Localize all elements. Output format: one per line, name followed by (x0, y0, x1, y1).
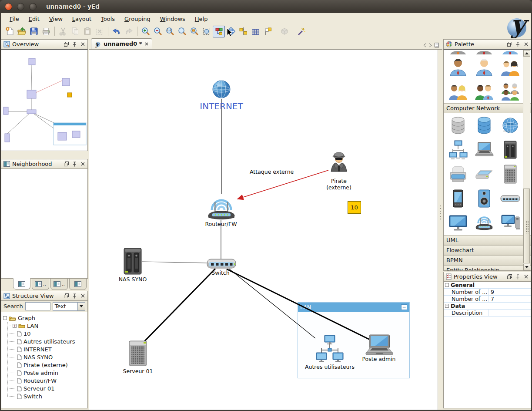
menu-windows[interactable]: Windows (156, 14, 190, 24)
palette-item-computer-network[interactable] (447, 139, 469, 161)
palette-section-uml[interactable]: UML (444, 235, 531, 245)
structure-float-button[interactable] (64, 293, 69, 299)
dock-tab-neighborhood[interactable] (13, 278, 30, 290)
tree-item-poste-admin[interactable]: Poste admin (1, 369, 87, 377)
wizard-icon[interactable] (295, 26, 308, 37)
open-icon[interactable] (16, 26, 28, 37)
server-node[interactable] (128, 340, 148, 368)
palette-item-clipped[interactable] (499, 50, 522, 54)
tree-item-autres-utilisateurs[interactable]: Autres utilisateurs (1, 337, 87, 345)
palette-item-network-globe[interactable] (499, 115, 522, 136)
collapse-expander-icon[interactable]: − (445, 304, 449, 308)
tree-item-lan[interactable]: + LAN (1, 322, 87, 330)
palette-item-database-blue[interactable] (473, 115, 495, 136)
expand-expander-icon[interactable]: + (13, 324, 17, 328)
palette-item-laptop[interactable] (473, 139, 495, 161)
edge-nas-switch[interactable] (142, 262, 207, 263)
properties-group-data[interactable]: − Data (444, 303, 531, 310)
palette-item-printer[interactable] (447, 163, 469, 185)
zoom-in-icon[interactable] (140, 26, 152, 37)
structure-pin-button[interactable] (72, 293, 77, 299)
palette-item-smartphone[interactable] (447, 188, 469, 209)
diagram-canvas[interactable]: LAN − INTERNET (89, 50, 438, 410)
properties-row[interactable]: Number of ... 7 (444, 296, 531, 303)
structure-close-button[interactable] (80, 293, 85, 299)
edge-switch-users[interactable] (229, 269, 315, 338)
dock-tab-2[interactable]: .. (32, 279, 49, 290)
palette-item-couple-man-blonde[interactable] (447, 80, 469, 102)
menu-grouping[interactable]: Grouping (120, 14, 155, 24)
tree-item-pirate[interactable]: Pirate (externe) (1, 361, 87, 369)
palette-section-bpmn[interactable]: BPMN (444, 255, 531, 265)
neighborhood-pin-button[interactable] (72, 162, 77, 167)
new-document-icon[interactable] (3, 26, 16, 37)
overview-float-button[interactable] (64, 42, 69, 47)
zoom-selection-icon[interactable] (188, 26, 201, 37)
palette-item-couple-two-men[interactable] (473, 80, 495, 102)
palette-item-wireless-router[interactable] (473, 212, 495, 234)
window-minimize-button[interactable] (17, 3, 24, 10)
snap-lines-icon[interactable] (237, 26, 249, 37)
palette-section-entity-relationship[interactable]: Entity Relationship (444, 265, 531, 271)
edge-switch-admin[interactable] (227, 269, 370, 340)
menu-file[interactable]: File (5, 14, 23, 24)
nas-node[interactable] (124, 248, 142, 276)
palette-item-clipped[interactable] (473, 50, 495, 54)
users-node[interactable] (315, 335, 344, 364)
panel-splitter[interactable] (1, 151, 88, 159)
admin-node[interactable] (363, 334, 395, 358)
dock-tab-4[interactable] (69, 279, 87, 290)
document-tab[interactable]: y unnamed0 * (91, 38, 152, 49)
property-value[interactable]: 7 (489, 296, 531, 302)
menu-help[interactable]: Help (191, 14, 212, 24)
menu-tools[interactable]: Tools (97, 14, 119, 24)
chevron-down-icon[interactable] (77, 303, 85, 310)
recycle-icon[interactable] (278, 26, 291, 37)
palette-item-scanner[interactable] (473, 163, 495, 185)
palette-scrollbar-thumb[interactable] (523, 189, 530, 263)
fit-content-icon[interactable] (201, 26, 213, 37)
scroll-tabs-right-icon[interactable] (429, 43, 432, 47)
dock-tab-3[interactable]: .. (50, 279, 68, 290)
window-maximize-button[interactable] (29, 3, 37, 10)
properties-pin-button[interactable] (515, 274, 520, 280)
collapse-expander-icon[interactable]: − (445, 283, 449, 287)
property-value[interactable]: 9 (489, 289, 531, 295)
close-tab-icon[interactable] (145, 42, 148, 46)
router-node[interactable] (206, 196, 237, 222)
tab-list-icon[interactable] (435, 43, 439, 47)
edge-switch-server[interactable] (144, 269, 215, 342)
collapse-expander-icon[interactable]: − (3, 316, 7, 320)
pirate-node[interactable] (328, 152, 350, 176)
window-titlebar[interactable]: unnamed0 - yEd (0, 0, 532, 13)
internet-node[interactable] (212, 80, 231, 100)
copy-icon[interactable] (69, 26, 81, 37)
node-10[interactable]: 10 (348, 201, 361, 214)
properties-row[interactable]: Description (444, 310, 531, 317)
menu-view[interactable]: View (45, 14, 67, 24)
grid-icon[interactable] (249, 26, 261, 37)
tree-item-nas-syno[interactable]: NAS SYNO (1, 353, 87, 361)
palette-item-workstation[interactable] (499, 212, 522, 234)
overview-mode-button[interactable] (213, 26, 225, 37)
overview-close-button[interactable] (80, 42, 85, 47)
scroll-down-icon[interactable] (523, 264, 530, 270)
tree-item-10[interactable]: 10 (1, 330, 87, 337)
tree-item-switch[interactable]: Switch (1, 392, 87, 400)
palette-item-monitor[interactable] (447, 212, 469, 234)
palette-item-man-dark-hair[interactable] (447, 56, 469, 77)
palette-section-flowchart[interactable]: Flowchart (444, 245, 531, 255)
print-icon[interactable] (40, 26, 52, 37)
properties-row[interactable]: Number of ... 9 (444, 289, 531, 296)
label-placement-icon[interactable] (261, 26, 274, 37)
scroll-tabs-left-icon[interactable] (423, 43, 426, 47)
palette-section-computer-network[interactable]: Computer Network (444, 103, 531, 113)
redo-icon[interactable] (123, 26, 135, 37)
neighborhood-close-button[interactable] (80, 162, 85, 167)
scroll-up-icon[interactable] (523, 50, 530, 57)
menu-edit[interactable]: Edit (24, 14, 44, 24)
tree-item-internet[interactable]: INTERNET (1, 345, 87, 353)
palette-item-database-gray[interactable] (447, 115, 469, 136)
undo-icon[interactable] (110, 26, 123, 37)
zoom-icon[interactable] (176, 26, 188, 37)
